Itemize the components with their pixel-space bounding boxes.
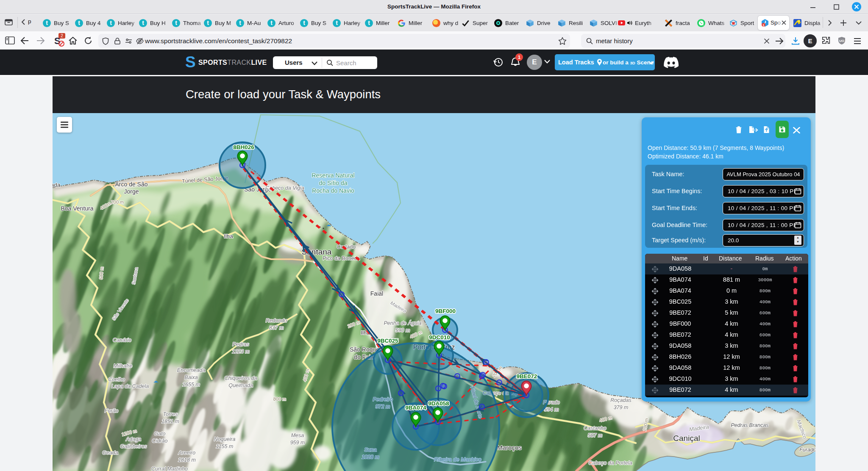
- svg-text:ada: ada: [53, 182, 61, 188]
- svg-text:Pico da Boneca: Pico da Boneca: [323, 255, 360, 261]
- svg-text:Pedras Brancas: Pedras Brancas: [731, 422, 769, 428]
- svg-text:Galinheiros: Galinheiros: [120, 443, 147, 449]
- svg-text:Curral Martinho: Curral Martinho: [151, 466, 188, 471]
- svg-text:Lapa da Cadela: Lapa da Cadela: [111, 383, 149, 389]
- svg-text:do Sítio da: do Sítio da: [319, 180, 348, 186]
- svg-text:Queimada: Queimada: [228, 382, 253, 388]
- svg-text:Adaga: Adaga: [125, 436, 141, 442]
- svg-text:São Roque: São Roque: [350, 346, 379, 353]
- svg-text:959 m: 959 m: [290, 440, 305, 446]
- svg-text:Coelho: Coelho: [108, 377, 125, 382]
- svg-text:Boa Ventura: Boa Ventura: [61, 205, 93, 212]
- svg-text:594 m: 594 m: [544, 407, 559, 413]
- svg-text:1851 m: 1851 m: [161, 418, 179, 424]
- svg-text:379 m: 379 m: [614, 405, 629, 410]
- svg-text:Nogueira: Nogueira: [214, 436, 236, 442]
- svg-text:UO: UO: [839, 39, 844, 43]
- svg-text:Jorge: Jorge: [124, 188, 139, 195]
- svg-text:Canário: Canário: [113, 337, 131, 343]
- svg-text:Gato: Gato: [154, 431, 165, 437]
- svg-text:Ilha: Ilha: [224, 233, 233, 239]
- svg-text:1155 m: 1155 m: [216, 443, 234, 449]
- svg-text:8BH026: 8BH026: [233, 144, 254, 150]
- svg-text:590 m: 590 m: [395, 327, 410, 333]
- svg-text:837 m: 837 m: [269, 325, 284, 331]
- svg-text:Redondo: Redondo: [266, 318, 287, 324]
- svg-text:Reserva Natural: Reserva Natural: [312, 172, 354, 179]
- svg-text:Castanho: Castanho: [584, 425, 606, 431]
- svg-text:800 m: 800 m: [273, 396, 287, 402]
- svg-text:Areeiro: Areeiro: [178, 450, 195, 456]
- svg-text:9BF000: 9BF000: [435, 308, 456, 314]
- svg-text:Arco de São: Arco de São: [115, 181, 147, 188]
- svg-text:Baixa: Baixa: [184, 374, 198, 380]
- svg-text:200 m: 200 m: [111, 199, 124, 205]
- svg-text:Roçadas: Roçadas: [610, 397, 631, 403]
- svg-text:Milhafre: Milhafre: [114, 363, 133, 369]
- svg-text:Rocha do Navio: Rocha do Navio: [312, 187, 354, 194]
- svg-text:Maroços: Maroços: [497, 444, 522, 451]
- svg-text:1655 m: 1655 m: [182, 382, 200, 388]
- svg-text:9BC025: 9BC025: [377, 338, 398, 344]
- svg-text:1223 m: 1223 m: [232, 349, 250, 355]
- svg-text:9BE072: 9BE072: [517, 373, 537, 380]
- svg-text:1: 1: [762, 23, 765, 27]
- svg-text:Chiqueiros da: Chiqueiros da: [224, 375, 257, 381]
- svg-text:Torres: Torres: [163, 411, 178, 417]
- svg-text:Furão: Furão: [105, 408, 119, 414]
- svg-text:Cidrão: Cidrão: [152, 438, 168, 444]
- svg-text:587 m: 587 m: [588, 432, 603, 438]
- svg-text:Geada: Geada: [102, 450, 118, 456]
- svg-text:Encumeada: Encumeada: [177, 367, 206, 373]
- svg-text:Cabeço da Portela: Cabeço da Portela: [588, 460, 632, 466]
- svg-text:Faial: Faial: [370, 290, 383, 297]
- svg-text:Mesa: Mesa: [291, 432, 304, 438]
- svg-text:1818 m: 1818 m: [178, 457, 196, 463]
- svg-text:Caniçal: Caniçal: [673, 434, 700, 443]
- svg-text:9DC010: 9DC010: [429, 334, 450, 341]
- svg-text:Penha de Águia: Penha de Águia: [384, 320, 422, 326]
- svg-text:9DA058: 9DA058: [428, 400, 449, 407]
- svg-text:Pedras: Pedras: [232, 341, 249, 347]
- svg-text:9BA074: 9BA074: [405, 405, 426, 411]
- svg-text:Furado: Furado: [799, 447, 815, 453]
